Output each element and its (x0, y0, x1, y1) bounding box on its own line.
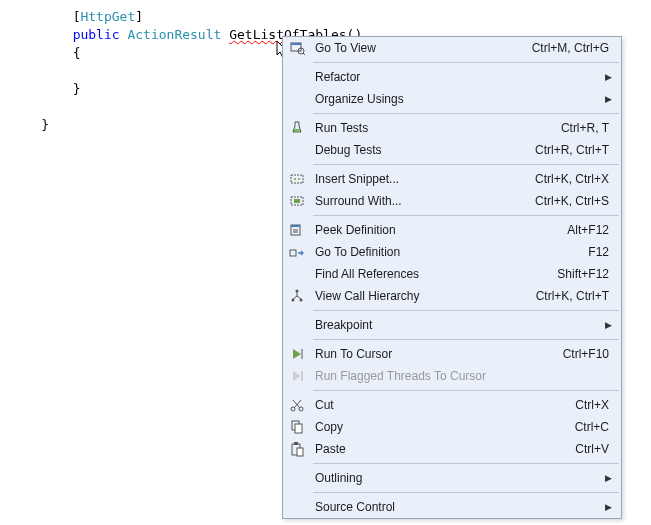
snippet-icon (283, 168, 311, 190)
menu-item-outlining[interactable]: Outlining▶ (283, 467, 621, 489)
menu-separator (313, 113, 619, 114)
menu-label: Go To Definition (311, 245, 580, 259)
menu-item-surround-with[interactable]: Surround With...Ctrl+K, Ctrl+S (283, 190, 621, 212)
menu-label: Run Tests (311, 121, 553, 135)
context-menu: Go To ViewCtrl+M, Ctrl+GRefactor▶Organiz… (282, 36, 622, 519)
menu-icon-empty (283, 496, 311, 518)
menu-label: Organize Usings (311, 92, 601, 106)
menu-item-run-to-cursor[interactable]: Run To CursorCtrl+F10 (283, 343, 621, 365)
menu-shortcut: Shift+F12 (549, 267, 615, 281)
menu-label: Cut (311, 398, 567, 412)
menu-shortcut: Ctrl+M, Ctrl+G (524, 41, 615, 55)
menu-label: Copy (311, 420, 567, 434)
svg-line-3 (303, 53, 305, 55)
menu-label: Paste (311, 442, 567, 456)
menu-label: Debug Tests (311, 143, 527, 157)
menu-item-go-to-definition[interactable]: Go To DefinitionF12 (283, 241, 621, 263)
hierarchy-icon (283, 285, 311, 307)
menu-icon-empty (283, 139, 311, 161)
goto-view-icon (283, 37, 311, 59)
menu-label: Run To Cursor (311, 347, 555, 361)
menu-shortcut: Ctrl+K, Ctrl+T (528, 289, 615, 303)
menu-label: View Call Hierarchy (311, 289, 528, 303)
menu-item-find-all-references[interactable]: Find All ReferencesShift+F12 (283, 263, 621, 285)
menu-shortcut: Ctrl+K, Ctrl+S (527, 194, 615, 208)
submenu-arrow-icon: ▶ (601, 502, 615, 512)
menu-shortcut: F12 (580, 245, 615, 259)
menu-separator (313, 215, 619, 216)
menu-item-breakpoint[interactable]: Breakpoint▶ (283, 314, 621, 336)
svg-rect-12 (290, 250, 296, 256)
submenu-arrow-icon: ▶ (601, 473, 615, 483)
svg-rect-21 (295, 424, 302, 433)
menu-shortcut: Ctrl+F10 (555, 347, 615, 361)
menu-shortcut: Ctrl+V (567, 442, 615, 456)
menu-icon-empty (283, 263, 311, 285)
menu-item-view-call-hierarchy[interactable]: View Call HierarchyCtrl+K, Ctrl+T (283, 285, 621, 307)
keyword-public: public (73, 27, 120, 42)
cut-icon (283, 394, 311, 416)
menu-label: Outlining (311, 471, 601, 485)
menu-item-peek-definition[interactable]: Peek DefinitionAlt+F12 (283, 219, 621, 241)
menu-item-go-to-view[interactable]: Go To ViewCtrl+M, Ctrl+G (283, 37, 621, 59)
menu-icon-empty (283, 314, 311, 336)
brace-open-inner: { (73, 45, 81, 60)
menu-icon-empty (283, 66, 311, 88)
paste-icon (283, 438, 311, 460)
menu-item-run-flagged-threads-to-cursor: Run Flagged Threads To Cursor (283, 365, 621, 387)
menu-item-copy[interactable]: CopyCtrl+C (283, 416, 621, 438)
menu-item-insert-snippet[interactable]: Insert Snippet...Ctrl+K, Ctrl+X (283, 168, 621, 190)
svg-rect-23 (294, 442, 298, 445)
submenu-arrow-icon: ▶ (601, 320, 615, 330)
menu-separator (313, 310, 619, 311)
menu-item-refactor[interactable]: Refactor▶ (283, 66, 621, 88)
menu-item-paste[interactable]: PasteCtrl+V (283, 438, 621, 460)
menu-shortcut: Ctrl+C (567, 420, 615, 434)
menu-item-run-tests[interactable]: Run TestsCtrl+R, T (283, 117, 621, 139)
menu-shortcut: Alt+F12 (559, 223, 615, 237)
submenu-arrow-icon: ▶ (601, 72, 615, 82)
surround-icon (283, 190, 311, 212)
menu-shortcut: Ctrl+X (567, 398, 615, 412)
brace-close-inner: } (73, 81, 81, 96)
menu-label: Peek Definition (311, 223, 559, 237)
menu-item-cut[interactable]: CutCtrl+X (283, 394, 621, 416)
menu-item-debug-tests[interactable]: Debug TestsCtrl+R, Ctrl+T (283, 139, 621, 161)
menu-icon-empty (283, 88, 311, 110)
goto-def-icon (283, 241, 311, 263)
svg-rect-7 (294, 199, 300, 203)
menu-item-source-control[interactable]: Source Control▶ (283, 496, 621, 518)
menu-separator (313, 62, 619, 63)
menu-separator (313, 492, 619, 493)
menu-label: Source Control (311, 500, 601, 514)
menu-separator (313, 164, 619, 165)
menu-label: Breakpoint (311, 318, 601, 332)
menu-label: Go To View (311, 41, 524, 55)
svg-rect-5 (291, 175, 303, 183)
type-actionresult: ActionResult (127, 27, 221, 42)
peek-icon (283, 219, 311, 241)
menu-label: Insert Snippet... (311, 172, 527, 186)
menu-shortcut: Ctrl+K, Ctrl+X (527, 172, 615, 186)
menu-separator (313, 463, 619, 464)
svg-rect-1 (291, 43, 301, 45)
run-cursor-icon (283, 343, 311, 365)
menu-label: Find All References (311, 267, 549, 281)
menu-separator (313, 339, 619, 340)
menu-label: Surround With... (311, 194, 527, 208)
attribute-name: HttpGet (80, 9, 135, 24)
menu-item-organize-usings[interactable]: Organize Usings▶ (283, 88, 621, 110)
attr-bracket-close: ] (135, 9, 143, 24)
svg-rect-24 (297, 448, 303, 456)
brace-close-outer: } (41, 117, 49, 132)
menu-icon-empty (283, 467, 311, 489)
menu-label: Refactor (311, 70, 601, 84)
copy-icon (283, 416, 311, 438)
menu-shortcut: Ctrl+R, Ctrl+T (527, 143, 615, 157)
run-flagged-icon (283, 365, 311, 387)
menu-separator (313, 390, 619, 391)
run-tests-icon (283, 117, 311, 139)
menu-shortcut: Ctrl+R, T (553, 121, 615, 135)
svg-rect-4 (294, 129, 300, 132)
menu-label: Run Flagged Threads To Cursor (311, 369, 601, 383)
